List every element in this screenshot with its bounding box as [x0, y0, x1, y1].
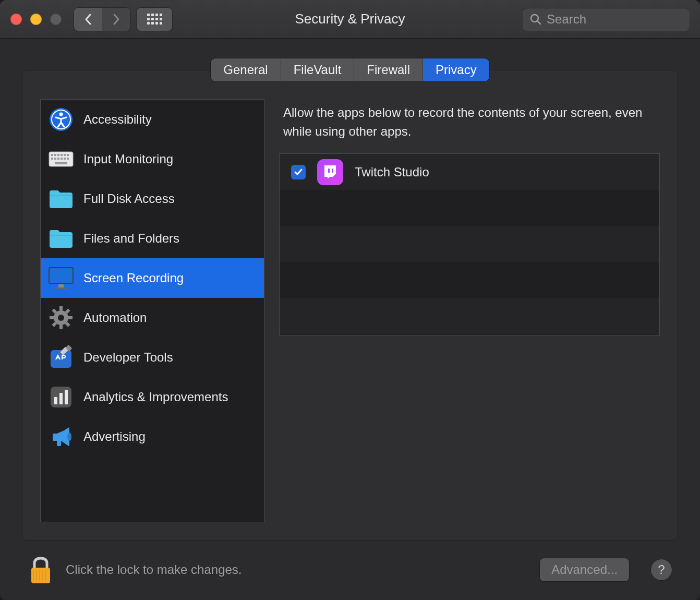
svg-rect-41 — [31, 568, 50, 583]
svg-rect-19 — [49, 268, 73, 283]
svg-rect-12 — [51, 158, 53, 160]
svg-rect-9 — [61, 154, 63, 156]
folder-icon — [48, 225, 74, 251]
svg-rect-21 — [55, 287, 67, 289]
sidebar-item-label: Files and Folders — [83, 231, 179, 246]
svg-rect-10 — [64, 154, 66, 156]
chevron-left-icon — [84, 13, 92, 26]
tab-filevault[interactable]: FileVault — [281, 58, 355, 81]
detail-description: Allow the apps below to record the conte… — [279, 99, 660, 153]
close-window-button[interactable] — [10, 14, 22, 25]
search-field[interactable] — [523, 8, 690, 31]
preferences-window: Security & Privacy General FileVault Fir… — [0, 0, 700, 600]
lock-hint-text: Click the lock to make changes. — [66, 562, 527, 577]
svg-rect-24 — [59, 325, 63, 329]
svg-point-38 — [67, 433, 71, 441]
svg-rect-18 — [55, 162, 67, 164]
svg-rect-17 — [67, 158, 69, 160]
hammer-icon — [48, 344, 74, 370]
nav-buttons — [74, 8, 130, 31]
app-row[interactable]: Twitch Studio — [280, 154, 659, 190]
app-name-label: Twitch Studio — [355, 165, 429, 179]
privacy-panel: Accessibility Input Monitoring Full Disk… — [22, 70, 678, 541]
sidebar-item-full-disk-access[interactable]: Full Disk Access — [41, 179, 264, 219]
sidebar-item-label: Input Monitoring — [83, 152, 173, 166]
minimize-window-button[interactable] — [30, 14, 42, 25]
detail-pane: Allow the apps below to record the conte… — [279, 99, 660, 522]
svg-rect-15 — [61, 158, 63, 160]
sidebar-item-automation[interactable]: Automation — [41, 298, 264, 338]
svg-rect-20 — [58, 284, 64, 287]
sidebar-item-files-and-folders[interactable]: Files and Folders — [41, 219, 264, 258]
check-icon — [294, 167, 303, 177]
tab-privacy[interactable]: Privacy — [423, 58, 489, 81]
sidebar-item-label: Advertising — [83, 429, 146, 444]
twitch-icon — [317, 159, 343, 185]
svg-rect-39 — [328, 169, 330, 173]
sidebar-item-label: Full Disk Access — [83, 191, 175, 206]
svg-rect-26 — [68, 316, 73, 319]
svg-rect-8 — [57, 154, 59, 156]
accessibility-icon — [48, 106, 74, 133]
chart-icon — [48, 384, 74, 410]
app-row-empty — [280, 262, 659, 298]
svg-point-31 — [58, 315, 64, 321]
grid-icon — [147, 14, 162, 25]
sidebar-item-accessibility[interactable]: Accessibility — [41, 100, 264, 139]
svg-rect-7 — [54, 154, 56, 156]
privacy-category-sidebar[interactable]: Accessibility Input Monitoring Full Disk… — [40, 99, 264, 522]
back-button[interactable] — [74, 8, 102, 31]
app-permission-list[interactable]: Twitch Studio — [279, 153, 660, 336]
svg-rect-35 — [54, 397, 57, 404]
svg-rect-6 — [51, 154, 53, 156]
svg-point-4 — [59, 113, 63, 116]
app-row-empty — [280, 190, 659, 226]
sidebar-item-label: Analytics & Improvements — [83, 390, 228, 404]
folder-icon — [48, 186, 74, 212]
window-controls — [10, 14, 62, 25]
sidebar-item-label: Developer Tools — [83, 350, 173, 365]
svg-rect-36 — [59, 393, 63, 404]
window-title: Security & Privacy — [295, 11, 405, 27]
gear-icon — [48, 305, 74, 331]
svg-rect-23 — [59, 306, 63, 310]
svg-rect-25 — [50, 316, 54, 319]
tab-firewall[interactable]: Firewall — [354, 58, 423, 81]
tabs-row: General FileVault Firewall Privacy — [22, 39, 678, 81]
svg-rect-37 — [65, 390, 68, 404]
svg-rect-40 — [332, 169, 333, 173]
sidebar-item-label: Screen Recording — [83, 271, 184, 285]
footer: Click the lock to make changes. Advanced… — [22, 541, 678, 584]
lock-icon[interactable] — [28, 555, 53, 584]
advanced-button[interactable]: Advanced... — [540, 558, 629, 581]
svg-line-1 — [537, 21, 540, 24]
content-area: General FileVault Firewall Privacy Acces… — [0, 39, 700, 600]
svg-rect-16 — [64, 158, 66, 160]
app-row-empty — [280, 298, 659, 334]
chevron-right-icon — [112, 13, 120, 26]
search-icon — [530, 14, 541, 25]
megaphone-icon — [48, 424, 74, 450]
zoom-window-button[interactable] — [50, 14, 62, 25]
tab-general[interactable]: General — [211, 58, 281, 81]
sidebar-item-developer-tools[interactable]: Developer Tools — [41, 338, 264, 377]
app-checkbox[interactable] — [291, 165, 306, 179]
app-row-empty — [280, 226, 659, 262]
sidebar-item-label: Accessibility — [83, 112, 152, 127]
sidebar-item-label: Automation — [83, 310, 147, 325]
sidebar-item-input-monitoring[interactable]: Input Monitoring — [41, 139, 264, 179]
tabs: General FileVault Firewall Privacy — [211, 58, 489, 81]
svg-rect-13 — [54, 158, 56, 160]
keyboard-icon — [48, 146, 74, 172]
svg-rect-11 — [67, 154, 69, 156]
help-button[interactable]: ? — [651, 559, 672, 580]
sidebar-item-analytics[interactable]: Analytics & Improvements — [41, 377, 264, 417]
sidebar-item-screen-recording[interactable]: Screen Recording — [41, 258, 264, 298]
svg-rect-14 — [57, 158, 59, 160]
search-input[interactable] — [547, 12, 700, 27]
titlebar: Security & Privacy — [0, 0, 700, 39]
show-all-button[interactable] — [137, 8, 172, 31]
display-icon — [48, 265, 74, 291]
sidebar-item-advertising[interactable]: Advertising — [41, 417, 264, 457]
forward-button[interactable] — [102, 8, 130, 31]
